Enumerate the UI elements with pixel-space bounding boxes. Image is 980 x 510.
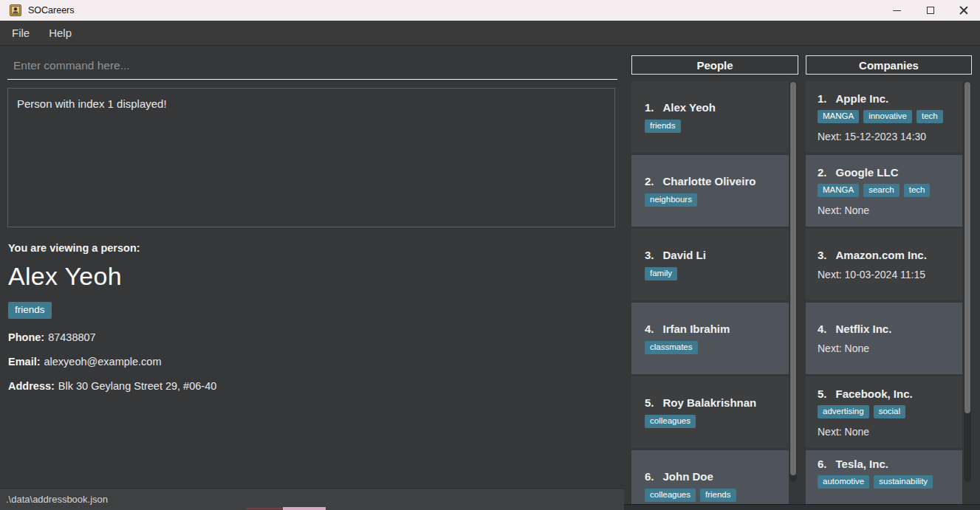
tag: MANGA [818, 184, 859, 197]
company-card-tags: MANGAinnovativetech [818, 110, 956, 123]
person-card-index: 1. [645, 101, 654, 114]
person-address-row: Address:Blk 30 Geylang Street 29, #06-40 [8, 380, 606, 392]
tag: innovative [863, 110, 912, 123]
company-next-interview: Next: None [818, 342, 956, 354]
company-card-index: 4. [818, 323, 827, 335]
email-label: Email: [8, 356, 41, 368]
person-card-index: 4. [645, 323, 654, 335]
company-card[interactable]: 5.Facebook, Inc.advertisingsocialNext: N… [806, 376, 962, 448]
company-card-index: 3. [818, 249, 827, 261]
person-card-tags: classmates [645, 341, 783, 354]
person-card-tags: friends [645, 120, 783, 133]
company-card-name-row: 1.Apple Inc. [818, 92, 956, 105]
person-card[interactable]: 3.David Lifamily [631, 229, 789, 300]
company-card[interactable]: 3.Amazon.com Inc.Next: 10-03-2024 11:15 [806, 229, 962, 300]
close-button[interactable] [947, 0, 980, 21]
tag: friends [700, 489, 736, 502]
company-card-name: Netflix Inc. [836, 323, 892, 335]
close-icon [959, 6, 968, 15]
minimize-icon [893, 10, 901, 11]
person-card-index: 5. [645, 396, 654, 409]
company-card[interactable]: 6.Tesla, Inc.automotivesustainability [806, 450, 962, 504]
command-input[interactable] [7, 52, 617, 80]
person-card-name-row: 4.Irfan Ibrahim [645, 323, 783, 335]
menu-help[interactable]: Help [41, 23, 79, 43]
people-header-label: People [696, 59, 733, 72]
companies-scrollbar-thumb[interactable] [964, 82, 970, 413]
window-title: SOCareers [28, 5, 75, 15]
company-next-interview: Next: None [818, 204, 956, 216]
tag: friends [645, 120, 681, 133]
person-card-name-row: 2.Charlotte Oliveiro [645, 175, 783, 187]
company-card[interactable]: 2.Google LLCMANGAsearchtechNext: None [806, 155, 962, 227]
company-next-interview: Next: 15-12-2023 14:30 [818, 131, 956, 142]
people-scrollbar-thumb[interactable] [790, 82, 796, 475]
company-card-name-row: 6.Tesla, Inc. [818, 458, 956, 470]
menu-file[interactable]: File [4, 23, 37, 43]
person-card-index: 3. [645, 249, 654, 261]
address-label: Address: [8, 380, 55, 392]
person-card[interactable]: 2.Charlotte Oliveironeighbours [631, 155, 789, 227]
tag: colleagues [645, 415, 696, 428]
minimize-button[interactable] [880, 0, 914, 21]
email-value: alexyeoh@example.com [44, 356, 162, 368]
maximize-button[interactable] [914, 0, 947, 21]
person-card-name-row: 5.Roy Balakrishnan [645, 396, 783, 409]
person-card[interactable]: 4.Irfan Ibrahimclassmates [631, 303, 789, 374]
tag: colleagues [645, 489, 696, 502]
company-next-interview: Next: None [818, 426, 956, 438]
company-next-interview: Next: 10-03-2024 11:15 [818, 269, 956, 280]
people-list: 1.Alex Yeohfriends2.Charlotte Oliveirone… [631, 81, 789, 504]
person-email-row: Email:alexyeoh@example.com [8, 356, 606, 368]
tag: tech [916, 110, 943, 123]
companies-header: Companies [806, 55, 972, 75]
company-card-index: 6. [818, 458, 827, 470]
person-detail-panel: You are viewing a person: Alex Yeoh frie… [8, 242, 606, 392]
person-card-name: David Li [663, 249, 706, 261]
result-text: Person with index 1 displayed! [17, 97, 167, 110]
person-card-tags: colleaguesfriends [645, 489, 783, 502]
person-card-name: John Doe [663, 470, 713, 483]
title-bar: SOCareers [0, 0, 980, 21]
person-card[interactable]: 5.Roy Balakrishnancolleagues [631, 376, 789, 448]
maximize-icon [927, 7, 934, 14]
result-display: Person with index 1 displayed! [7, 88, 615, 227]
tag: classmates [645, 341, 698, 354]
address-book-icon [10, 4, 21, 16]
person-card-tags: neighbours [645, 193, 783, 207]
companies-scrollbar[interactable] [964, 81, 971, 482]
company-card-name: Apple Inc. [836, 92, 889, 105]
phone-value: 87438807 [48, 331, 96, 343]
person-card-name-row: 6.John Doe [645, 470, 783, 483]
people-scrollbar[interactable] [789, 81, 797, 482]
company-card-tags: automotivesustainability [818, 475, 956, 489]
company-card[interactable]: 1.Apple Inc.MANGAinnovativetechNext: 15-… [806, 81, 962, 153]
address-value: Blk 30 Geylang Street 29, #06-40 [58, 380, 216, 392]
company-card[interactable]: 4.Netflix Inc.Next: None [806, 303, 962, 374]
company-card-tags: advertisingsocial [818, 405, 956, 418]
company-card-name-row: 3.Amazon.com Inc. [818, 249, 956, 261]
tag: automotive [818, 475, 869, 489]
person-card[interactable]: 6.John Doecolleaguesfriends [631, 450, 789, 504]
company-card-name: Amazon.com Inc. [836, 249, 927, 261]
tag: family [645, 267, 677, 280]
company-card-index: 2. [818, 166, 827, 179]
person-name: Alex Yeoh [8, 262, 606, 291]
companies-list: 1.Apple Inc.MANGAinnovativetechNext: 15-… [806, 81, 962, 504]
person-card[interactable]: 1.Alex Yeohfriends [631, 81, 789, 153]
data-file-path: .\data\addressbook.json [0, 494, 108, 505]
person-card-index: 2. [645, 175, 654, 187]
tag: social [874, 405, 905, 418]
person-card-name: Alex Yeoh [663, 101, 716, 114]
company-card-name: Tesla, Inc. [836, 458, 888, 470]
person-card-name-row: 1.Alex Yeoh [645, 101, 783, 114]
person-card-index: 6. [645, 470, 654, 483]
person-card-name: Irfan Ibrahim [663, 323, 730, 335]
company-card-name-row: 4.Netflix Inc. [818, 323, 956, 335]
person-card-tags: family [645, 267, 783, 280]
tag: search [863, 184, 900, 197]
tag: tech [904, 184, 931, 197]
company-card-name-row: 5.Facebook, Inc. [818, 387, 956, 400]
tag: sustainability [874, 475, 933, 489]
person-tag: friends [8, 302, 52, 319]
